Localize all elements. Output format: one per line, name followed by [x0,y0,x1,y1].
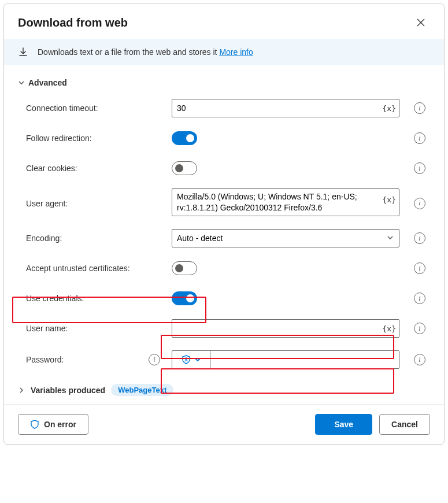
use-credentials-toggle[interactable] [172,291,197,305]
connection-timeout-input[interactable] [172,99,399,117]
clear-cookies-toggle[interactable] [172,161,197,175]
download-icon [18,47,28,57]
advanced-form: Connection timeout: {x} i Follow redirec… [18,93,430,376]
info-icon[interactable]: i [414,132,425,144]
info-icon[interactable]: i [414,262,425,274]
follow-redirection-label: Follow redirection: [18,123,167,153]
dialog-header: Download from web [4,4,444,39]
password-field [172,350,399,369]
dialog-content: Advanced Connection timeout: {x} i Follo… [4,65,444,404]
clear-cookies-label: Clear cookies: [18,153,167,183]
user-agent-label: User agent: [18,188,167,219]
password-input[interactable] [210,351,399,368]
info-icon[interactable]: i [414,232,425,244]
close-button[interactable] [412,13,430,32]
use-credentials-label: Use credentials: [26,294,84,303]
shield-icon [30,420,39,429]
info-icon[interactable]: i [414,354,425,365]
user-name-label: User name: [18,313,167,343]
advanced-section-toggle[interactable]: Advanced [18,75,430,93]
encoding-select[interactable] [172,229,399,247]
user-agent-input[interactable]: Mozilla/5.0 (Windows; U; Windows NT 5.1;… [172,188,399,216]
accept-untrusted-label: Accept untrusted certificates: [18,253,167,283]
shield-icon [182,355,191,364]
save-button[interactable]: Save [315,414,372,435]
info-icon[interactable]: i [414,102,425,114]
dialog: Download from web Downloads text or a fi… [3,3,445,445]
close-icon [417,19,425,27]
banner-text: Downloads text or a file from the web an… [38,47,253,57]
info-icon[interactable]: i [414,323,425,334]
on-error-button[interactable]: On error [18,414,88,435]
variables-label: Variables produced [31,386,105,395]
info-banner: Downloads text or a file from the web an… [4,39,444,65]
chevron-down-icon [18,79,25,86]
info-icon[interactable]: i [414,198,425,209]
info-icon[interactable]: i [149,354,160,365]
variables-section-toggle[interactable]: Variables produced WebPageText [18,376,430,400]
svg-point-0 [185,358,187,360]
user-name-input[interactable] [172,319,399,338]
password-label: Password: [26,355,64,364]
connection-timeout-label: Connection timeout: [18,93,167,123]
follow-redirection-toggle[interactable] [172,131,197,145]
encoding-label: Encoding: [18,223,167,253]
info-icon[interactable]: i [414,162,425,174]
more-info-link[interactable]: More info [219,47,253,57]
chevron-down-icon [194,356,201,363]
credential-picker-button[interactable] [172,351,210,368]
dialog-title: Download from web [18,16,128,29]
chevron-right-icon [18,387,25,394]
info-icon[interactable]: i [414,293,425,304]
accept-untrusted-toggle[interactable] [172,261,197,275]
cancel-button[interactable]: Cancel [379,414,430,435]
variable-pill[interactable]: WebPageText [111,384,173,396]
advanced-label: Advanced [28,78,67,87]
dialog-footer: On error Save Cancel [4,404,444,444]
